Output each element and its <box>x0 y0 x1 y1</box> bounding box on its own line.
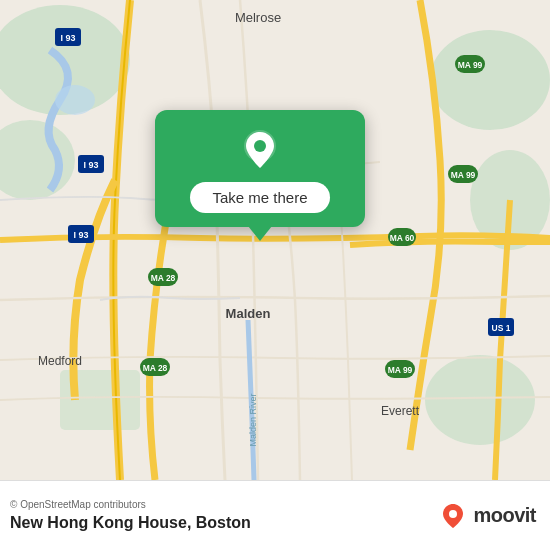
moovit-logo-text: moovit <box>473 504 536 527</box>
moovit-logo: moovit <box>439 502 536 530</box>
city-label-medford: Medford <box>38 354 82 368</box>
popup-card: Take me there <box>155 110 365 227</box>
svg-point-3 <box>430 30 550 130</box>
svg-text:I 93: I 93 <box>60 33 75 43</box>
svg-point-30 <box>254 140 266 152</box>
moovit-pin-icon <box>439 502 467 530</box>
svg-text:MA 28: MA 28 <box>143 363 168 373</box>
svg-point-31 <box>449 510 457 518</box>
svg-text:MA 99: MA 99 <box>451 170 476 180</box>
svg-point-6 <box>425 355 535 445</box>
bottom-bar: © OpenStreetMap contributors New Hong Ko… <box>0 480 550 550</box>
copyright-text: © OpenStreetMap contributors <box>10 499 251 510</box>
map-container: Melrose Malden Medford Everett I 93 I 93… <box>0 0 550 480</box>
svg-text:MA 99: MA 99 <box>388 365 413 375</box>
take-me-there-button[interactable]: Take me there <box>190 182 329 213</box>
svg-text:Malden River: Malden River <box>248 393 258 446</box>
svg-text:MA 28: MA 28 <box>151 273 176 283</box>
svg-text:US 1: US 1 <box>492 323 511 333</box>
svg-point-7 <box>55 85 95 115</box>
place-name: New Hong Kong House, Boston <box>10 514 251 532</box>
city-label-melrose: Melrose <box>235 10 281 25</box>
location-pin-icon <box>238 128 282 172</box>
svg-text:MA 99: MA 99 <box>458 60 483 70</box>
city-label-malden: Malden <box>226 306 271 321</box>
svg-text:I 93: I 93 <box>73 230 88 240</box>
map-svg: Melrose Malden Medford Everett I 93 I 93… <box>0 0 550 480</box>
svg-text:MA 60: MA 60 <box>390 233 415 243</box>
svg-text:I 93: I 93 <box>83 160 98 170</box>
city-label-everett: Everett <box>381 404 420 418</box>
bottom-info: © OpenStreetMap contributors New Hong Ko… <box>10 499 251 532</box>
